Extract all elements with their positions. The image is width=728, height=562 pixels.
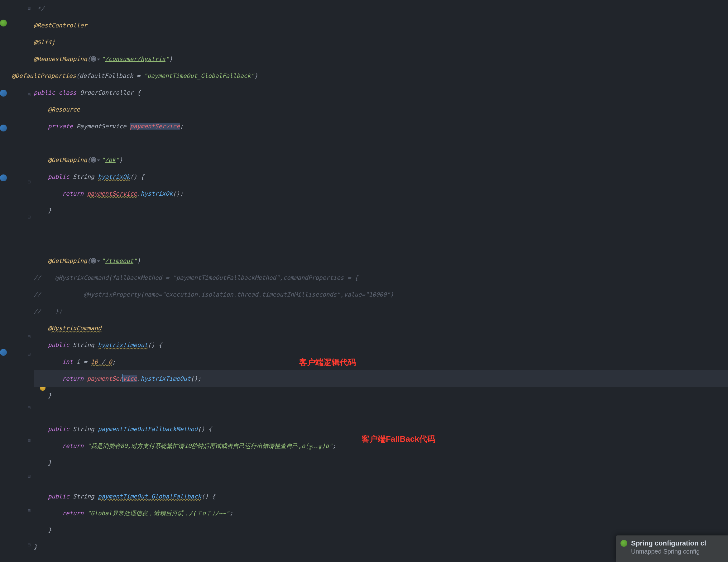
code-line[interactable]: return "我是消费者80,对方支付系统繁忙请10秒钟后再试或者自己运行出错… <box>34 437 728 454</box>
chevron-down-icon[interactable] <box>97 261 100 262</box>
code-area[interactable]: */ @RestController @Slf4j @RequestMappin… <box>34 0 728 562</box>
annotation: @Slf4j <box>34 39 55 46</box>
code-line[interactable]: } <box>34 454 728 471</box>
fold-toggle[interactable]: ⊟ <box>26 179 32 185</box>
code-line[interactable]: @RequestMapping("/consumer/hystrix") <box>34 50 728 67</box>
code-line[interactable]: public String paymentTimeOut_GlobalFallb… <box>34 488 728 505</box>
method-call: hystrixOk <box>141 190 173 197</box>
string-literal: "我是消费者80,对方支付系统繁忙请10秒钟后再试或者自己运行出错请检查自己,o… <box>87 442 333 449</box>
comment: // @HystrixProperty(name="execution.isol… <box>34 291 394 298</box>
code-line[interactable]: public class OrderController { <box>34 84 728 101</box>
code-line[interactable]: @GetMapping("/timeout") <box>34 252 728 269</box>
fold-toggle[interactable]: ⊟ <box>26 6 32 11</box>
field-ref: paymentService <box>87 190 137 197</box>
field-type: PaymentService <box>76 123 126 130</box>
annotation: @HystrixCommand <box>48 324 102 331</box>
bean-nav-icon[interactable] <box>0 175 7 181</box>
fold-toggle[interactable]: ⊟ <box>26 438 32 443</box>
comment: // }) <box>34 308 62 314</box>
method-name: hyatrixOk <box>98 173 130 180</box>
fold-toggle[interactable]: ⊟ <box>26 473 32 479</box>
field-ref: paymentService <box>87 375 137 382</box>
annotation: @RequestMapping <box>34 55 87 62</box>
fold-toggle[interactable]: ⊟ <box>26 334 32 339</box>
notification-subtitle: Unmapped Spring config <box>631 548 723 555</box>
annotation: @DefaultProperties <box>12 72 76 79</box>
fold-toggle[interactable]: ⊟ <box>26 542 32 548</box>
method-call: hystrixTimeOut <box>141 375 190 382</box>
code-line[interactable]: public String paymentTimeOutFallbackMeth… <box>34 420 728 437</box>
code-line-active[interactable]: return paymentService.hystrixTimeOut(); <box>34 370 728 387</box>
spring-leaf-icon <box>620 540 627 547</box>
mapping-url: /consumer/hystrix <box>105 55 165 62</box>
web-mapping-icon[interactable] <box>91 258 96 264</box>
bean-nav-icon[interactable] <box>0 125 7 132</box>
notification-popup[interactable]: Spring configuration cl Unmapped Spring … <box>616 535 728 562</box>
fold-toggle[interactable]: ⊟ <box>26 508 32 513</box>
annotation: @Resource <box>48 106 80 113</box>
code-line[interactable] <box>34 219 728 236</box>
comment: // @HystrixCommand(fallbackMethod = "pay… <box>34 274 358 281</box>
code-line[interactable]: // @HystrixCommand(fallbackMethod = "pay… <box>34 269 728 286</box>
code-line[interactable] <box>34 471 728 488</box>
code-line[interactable]: @Slf4j <box>34 34 728 50</box>
arg-name: defaultFallback <box>79 72 133 79</box>
fold-toggle[interactable]: ⊟ <box>26 405 32 411</box>
code-line[interactable]: int i = 10 / 0; <box>34 353 728 370</box>
mapping-url: /timeout <box>105 257 134 264</box>
fold-toggle[interactable]: ⊟ <box>26 351 32 357</box>
code-line[interactable] <box>34 404 728 420</box>
code-line[interactable] <box>34 236 728 252</box>
code-line[interactable]: } <box>34 387 728 404</box>
code-line[interactable]: @RestController <box>34 17 728 34</box>
fold-toggle[interactable]: ⊟ <box>26 214 32 220</box>
arg-value: "paymentTimeOut_GlobalFallback" <box>144 72 254 79</box>
class-name: OrderController <box>80 89 134 96</box>
chevron-down-icon[interactable] <box>97 59 100 60</box>
web-mapping-icon[interactable] <box>91 56 96 62</box>
bean-nav-icon[interactable] <box>0 90 7 97</box>
string-literal: "Global异常处理信息，请稍后再试，/(ㄒoㄒ)/~~" <box>87 510 230 516</box>
spring-leaf-icon[interactable] <box>0 20 7 26</box>
code-line[interactable]: return paymentService.hystrixOk(); <box>34 185 728 202</box>
code-line[interactable]: @GetMapping("/ok") <box>34 151 728 168</box>
annotation: @GetMapping <box>48 156 87 163</box>
notification-title: Spring configuration cl <box>631 539 723 547</box>
web-mapping-icon[interactable] <box>91 157 96 163</box>
code-line[interactable]: // @HystrixProperty(name="execution.isol… <box>34 286 728 303</box>
annotation: @GetMapping <box>48 257 87 264</box>
code-line[interactable]: @HystrixCommand <box>34 319 728 336</box>
field-name: paymentService <box>130 123 180 130</box>
code-line[interactable]: // }) <box>34 303 728 319</box>
code-line[interactable]: public String hyatrixOk() { <box>34 168 728 185</box>
code-line[interactable]: @Resource <box>34 101 728 118</box>
mapping-url: /ok <box>105 156 116 163</box>
chevron-down-icon[interactable] <box>97 160 100 161</box>
code-line[interactable]: */ <box>34 0 728 17</box>
method-name: paymentTimeOut_GlobalFallback <box>98 493 201 500</box>
method-name: hyatrixTimeout <box>98 341 148 348</box>
annotation: @RestController <box>34 22 87 29</box>
code-line[interactable]: return "Global异常处理信息，请稍后再试，/(ㄒoㄒ)/~~"; <box>34 505 728 521</box>
code-line[interactable]: } <box>34 202 728 219</box>
code-line[interactable]: @DefaultProperties(defaultFallback = "pa… <box>12 67 728 84</box>
comment-end: */ <box>34 5 44 12</box>
fold-toggle[interactable]: ⊟ <box>26 92 32 98</box>
method-name: paymentTimeOutFallbackMethod <box>98 425 198 432</box>
gutter: ⊟ ⊟ ⊟ ⊟ ⊟ ⊟ ⊟ ⊟ ⊟ ⊟ ⊟ ⊟ <box>0 0 31 562</box>
editor-root: ⊟ ⊟ ⊟ ⊟ ⊟ ⊟ ⊟ ⊟ ⊟ ⊟ ⊟ ⊟ */ @RestControll… <box>0 0 728 562</box>
code-line[interactable] <box>34 135 728 151</box>
code-line[interactable]: private PaymentService paymentService; <box>34 118 728 135</box>
bean-nav-icon[interactable] <box>0 349 7 356</box>
code-line[interactable]: public String hyatrixTimeout() { <box>34 336 728 353</box>
